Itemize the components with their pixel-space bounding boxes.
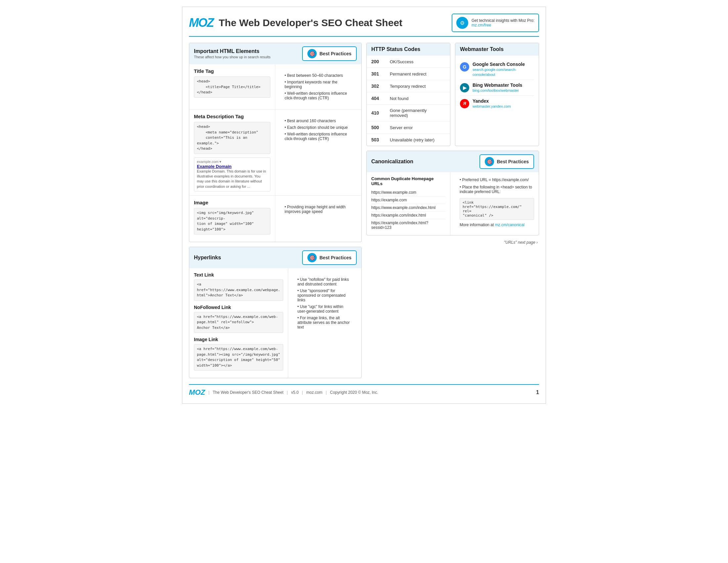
canon-url-5: https://example.com/index.html?sessid=12… (371, 219, 445, 231)
webmaster-tools-header: Webmaster Tools (455, 43, 539, 56)
footer-div2: | (287, 390, 288, 395)
promo-link[interactable]: mz.cm/free (472, 23, 491, 27)
webmaster-body: G Google Search Console search.google.co… (455, 56, 539, 115)
webmaster-tools-title: Webmaster Tools (460, 46, 504, 52)
serp-title: Example Domain (197, 164, 267, 169)
meta-description-row: Meta Description Tag <head> <meta name="… (189, 110, 361, 196)
serp-url: example.com ▾ (197, 160, 267, 164)
image-practices: Providing image height and width improve… (280, 200, 357, 219)
http-row-503: 503 Unavailable (retry later) (367, 134, 450, 146)
header-title: The Web Developer's SEO Cheat Sheet (219, 17, 402, 28)
bing-link[interactable]: bing.com/toolbox/webmaster (473, 88, 519, 92)
canon-header: Canonicalization 🎯 Best Practices (367, 151, 539, 172)
bing-icon: ▶ (460, 83, 469, 92)
footer: MOZ | The Web Developer's SEO Cheat Shee… (189, 384, 539, 397)
serp-desc: Example Domain. This domain is for use i… (197, 169, 267, 189)
canon-more-link[interactable]: mz.cm/canonical (495, 222, 524, 227)
image-title: Image (194, 200, 270, 205)
canon-more-info: More information at mz.cm/canonical (460, 222, 534, 227)
hyperlinks-right: Use "nofollow" for paid links and distru… (288, 268, 361, 378)
http-code-500: 500 (371, 125, 385, 130)
http-desc-503: Unavailable (retry later) (390, 137, 434, 142)
practice-item: Use "sponsored" for sponsored or compens… (297, 288, 352, 304)
http-desc-404: Not found (390, 96, 408, 101)
image-link-code: <a href="https://www.example.com/web- pa… (194, 344, 283, 371)
yandex-link[interactable]: webmaster.yandex.com (473, 104, 511, 108)
webmaster-tools-section: Webmaster Tools G Google Search Console … (455, 43, 539, 146)
canon-left: Common Duplicate Homepage URLs https://w… (367, 172, 450, 235)
footer-logo: MOZ (189, 388, 205, 397)
gear-icon: ⚙ (460, 20, 465, 26)
promo-content: Get technical insights with Moz Pro: mz.… (472, 18, 534, 27)
title-tag-title: Title Tag (194, 68, 270, 74)
title-tag-practices: Best between 50–60 characters Important … (280, 68, 357, 105)
practice-item: Best between 50–60 characters (285, 72, 352, 79)
http-desc-200: OK/Success (390, 59, 414, 64)
footer-div4: | (326, 390, 327, 395)
html-elements-section: Important HTML Elements These affect how… (189, 43, 362, 242)
canon-url-3: https://www.example.com/index.html (371, 204, 445, 211)
more-info-text: More information at (460, 222, 495, 227)
webmaster-item-yandex: Я Yandex webmaster.yandex.com (460, 96, 534, 111)
page-number: 1 (536, 390, 539, 395)
moz-logo: MOZ (189, 16, 213, 30)
http-code-301: 301 (371, 71, 385, 76)
practice-item: For image links, the alt attribute serve… (297, 315, 352, 331)
meta-desc-left: Meta Description Tag <head> <meta name="… (189, 110, 275, 195)
next-page-text: "URLs" next page › (504, 240, 538, 245)
hyperlinks-left: Text Link <a href="https://www.example.c… (189, 268, 288, 378)
webmaster-item-google: G Google Search Console search.google.co… (460, 59, 534, 80)
practice-item: Each description should be unique (285, 124, 352, 131)
image-row: Image <img src="img/keyword.jpg" alt="de… (189, 196, 361, 242)
title-tag-row: Title Tag <head> <title>Page Title</titl… (189, 64, 361, 110)
page-wrapper: MOZ The Web Developer's SEO Cheat Sheet … (182, 7, 546, 404)
header-left: MOZ The Web Developer's SEO Cheat Sheet (189, 16, 402, 30)
text-link-code: <a href="https://www.example.com/webpage… (194, 279, 283, 301)
http-status-header: HTTP Status Codes (367, 43, 450, 56)
meta-desc-practices: Best around 160 characters Each descript… (280, 114, 357, 146)
serp-preview: example.com ▾ Example Domain Example Dom… (194, 157, 270, 192)
canon-code: <link href="https://example.com/" rel= "… (460, 198, 534, 220)
target-icon-2: 🎯 (309, 255, 315, 260)
hyperlinks-title: Hyperlinks (194, 255, 221, 260)
footer-version: v5.0 (291, 390, 299, 395)
http-row-410: 410 Gone (permanently removed) (367, 105, 450, 121)
http-row-301: 301 Permanent redirect (367, 68, 450, 80)
footer-left: MOZ | The Web Developer's SEO Cheat Shee… (189, 388, 378, 397)
title-tag-left: Title Tag <head> <title>Page Title</titl… (189, 64, 275, 109)
yandex-info: Yandex webmaster.yandex.com (473, 98, 511, 109)
canon-bp-label: Best Practices (497, 159, 529, 164)
google-title: Google Search Console (473, 62, 534, 67)
canon-url-2: https://example.com (371, 196, 445, 204)
bp-icon: 🎯 (307, 49, 317, 58)
http-row-500: 500 Server error (367, 121, 450, 134)
http-code-404: 404 (371, 96, 385, 101)
nofollowed-link-title: NoFollowed Link (194, 305, 283, 310)
footer-right: 1 (536, 390, 539, 396)
top-right-grid: HTTP Status Codes 200 OK/Success 301 Per… (366, 43, 539, 146)
http-row-404: 404 Not found (367, 92, 450, 105)
main-grid: Important HTML Elements These affect how… (189, 43, 539, 378)
bing-title: Bing Webmaster Tools (473, 82, 522, 88)
canon-best-practices-badge: 🎯 Best Practices (479, 154, 534, 169)
header-promo: ⚙ Get technical insights with Moz Pro: m… (452, 14, 539, 32)
hyperlinks-header: Hyperlinks 🎯 Best Practices (189, 247, 361, 268)
practice-item: Important keywords near the beginning (285, 79, 352, 90)
practice-item: Use "ugc" for links within user-generate… (297, 304, 352, 315)
meta-desc-title: Meta Description Tag (194, 114, 270, 119)
left-column: Important HTML Elements These affect how… (189, 43, 362, 378)
canon-practice-1: Preferred URL = https://example.com/ (460, 176, 534, 183)
promo-icon: ⚙ (456, 17, 468, 29)
footer-div1: | (208, 390, 209, 395)
http-desc-302: Temporary redirect (390, 84, 426, 89)
footer-domain: moz.com (306, 390, 322, 395)
webmaster-item-bing: ▶ Bing Webmaster Tools bing.com/toolbox/… (460, 80, 534, 96)
meta-desc-right: Best around 160 characters Each descript… (275, 110, 361, 195)
http-desc-410: Gone (permanently removed) (390, 108, 445, 118)
target-icon-3: 🎯 (487, 159, 492, 164)
google-link[interactable]: search.google.com/search-console/about (473, 68, 517, 76)
hyperlinks-best-practices-badge: 🎯 Best Practices (302, 250, 357, 265)
html-elements-header-text: Important HTML Elements These affect how… (194, 48, 271, 59)
practice-item: Use "nofollow" for paid links and distru… (297, 276, 352, 288)
title-tag-right: Best between 50–60 characters Important … (275, 64, 361, 109)
